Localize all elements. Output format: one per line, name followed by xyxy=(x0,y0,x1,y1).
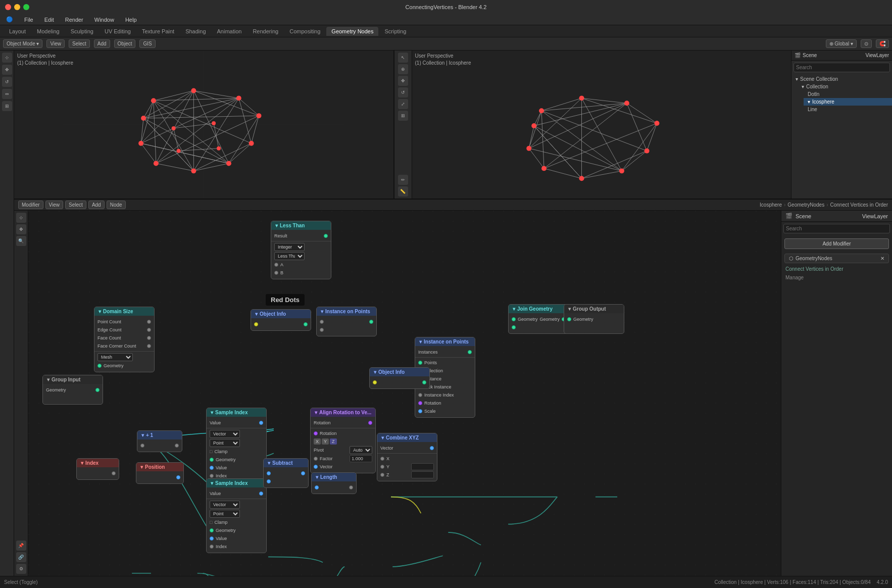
ne-icon2[interactable]: ✥ xyxy=(16,224,26,234)
bc-add[interactable]: Add xyxy=(88,201,105,209)
tree-item-collection[interactable]: ▾ Collection xyxy=(798,83,892,90)
node-combine-xyz[interactable]: ▾ Combine XYZ Vector X xyxy=(377,433,437,481)
iop2-collapse[interactable]: ▾ xyxy=(419,339,422,345)
tree-item-icosphere[interactable]: ▾ Icosphere xyxy=(804,98,892,106)
ct-annotate[interactable]: ✏ xyxy=(398,175,408,185)
si2-type-select[interactable]: Vector xyxy=(210,501,240,509)
ar-factor-value[interactable] xyxy=(350,455,372,462)
ct-scale[interactable]: ⤢ xyxy=(398,99,408,109)
node-join-geometry[interactable]: ▾ Join Geometry Geometry Geometry xyxy=(508,304,569,334)
ne-icon4[interactable]: 📌 xyxy=(16,541,26,551)
tab-uv-editing[interactable]: UV Editing xyxy=(100,27,136,36)
toolbar-object[interactable]: Object xyxy=(114,39,136,48)
node-group-output[interactable]: ▾ Group Output Geometry xyxy=(564,304,624,334)
jg-collapse[interactable]: ▾ xyxy=(513,306,515,312)
go-collapse[interactable]: ▾ xyxy=(568,306,571,312)
connect-vertices-item[interactable]: Connect Vertices in Order xyxy=(781,265,892,273)
add1-collapse[interactable]: ▾ xyxy=(141,432,144,438)
ne-icon5[interactable]: 🔗 xyxy=(16,552,26,562)
props-search[interactable] xyxy=(783,224,890,233)
tab-shading[interactable]: Shading xyxy=(180,27,211,36)
sidebar-transform[interactable]: ⊞ xyxy=(2,101,12,111)
viewport-right[interactable]: User Perspective (1) Collection | Icosph… xyxy=(412,51,791,199)
breadcrumb-icosphere[interactable]: Icosphere xyxy=(760,202,782,208)
ar-y-btn[interactable]: Y xyxy=(322,438,329,445)
si1-collapse[interactable]: ▾ xyxy=(211,410,213,415)
ct-move[interactable]: ✥ xyxy=(398,76,408,86)
ct-cursor[interactable]: ⊕ xyxy=(398,64,408,74)
tab-compositing[interactable]: Compositing xyxy=(284,27,325,36)
toolbar-select[interactable]: Select xyxy=(69,39,90,48)
node-object-info-1[interactable]: ▾ Object Info xyxy=(251,309,311,331)
mod-close-icon[interactable]: ✕ xyxy=(880,256,884,261)
si2-collapse[interactable]: ▾ xyxy=(211,480,213,486)
menu-edit[interactable]: Edit xyxy=(42,16,56,24)
menu-window[interactable]: Window xyxy=(92,16,116,24)
len-collapse[interactable]: ▾ xyxy=(316,474,318,480)
sub-collapse[interactable]: ▾ xyxy=(268,460,270,466)
toolbar-gis[interactable]: GIS xyxy=(139,39,155,48)
sidebar-select[interactable]: ⊹ xyxy=(2,53,12,63)
tab-geometry-nodes[interactable]: Geometry Nodes xyxy=(326,27,378,36)
tab-texture-paint[interactable]: Texture Paint xyxy=(137,27,179,36)
node-instance-on-points-1[interactable]: ▾ Instance on Points xyxy=(316,307,377,336)
node-sample-index-1[interactable]: ▾ Sample Index Value Vector xyxy=(206,408,267,482)
toolbar-add[interactable]: Add xyxy=(94,39,110,48)
ct-select[interactable]: ↖ xyxy=(398,53,408,63)
add-modifier-btn[interactable]: Add Modifier xyxy=(784,238,889,249)
ne-icon1[interactable]: ⊹ xyxy=(16,213,26,223)
tab-animation[interactable]: Animation xyxy=(212,27,247,36)
lt-type-select[interactable]: Integer xyxy=(274,243,305,251)
node-less-than[interactable]: ▾ Less Than Result Integer xyxy=(271,221,331,279)
modifier-geometry-nodes[interactable]: ⬡ GeometryNodes ✕ xyxy=(784,254,889,263)
sidebar-rotate[interactable]: ↺ xyxy=(2,77,12,87)
close-button[interactable] xyxy=(5,4,11,10)
cxyz-collapse[interactable]: ▾ xyxy=(381,435,384,440)
gi-collapse[interactable]: ▾ xyxy=(47,377,49,382)
bc-modifier[interactable]: Modifier xyxy=(18,201,43,209)
node-domain-size[interactable]: ▾ Domain Size Point Count Edge Count xyxy=(94,307,155,372)
node-index[interactable]: ▾ Index xyxy=(76,458,119,480)
maximize-button[interactable] xyxy=(23,4,29,10)
tab-sculpting[interactable]: Sculpting xyxy=(66,27,98,36)
node-canvas[interactable]: ▾ Less Than Result Integer xyxy=(28,211,781,576)
toolbar-view[interactable]: View xyxy=(46,39,65,48)
lt-op-select[interactable]: Less Than xyxy=(274,252,305,260)
node-object-info-2[interactable]: ▾ Object Info xyxy=(369,367,430,389)
ds-mesh-select[interactable]: Mesh xyxy=(97,353,133,361)
bc-node[interactable]: Node xyxy=(107,201,126,209)
pos-collapse[interactable]: ▾ xyxy=(140,464,143,470)
bc-select[interactable]: Select xyxy=(65,201,86,209)
breadcrumb-connect-vertices[interactable]: Connect Vertices in Order xyxy=(830,202,888,208)
node-length[interactable]: ▾ Length xyxy=(311,472,357,494)
sidebar-move[interactable]: ✥ xyxy=(2,65,12,75)
toolbar-object-mode[interactable]: Object Mode ▾ xyxy=(3,39,42,48)
cxyz-z-value[interactable]: 1.000 xyxy=(411,471,434,478)
menu-help[interactable]: Help xyxy=(123,16,139,24)
ne-icon6[interactable]: ⚙ xyxy=(16,564,26,574)
menu-blender[interactable]: 🔵 xyxy=(4,15,15,24)
ar-pivot-select[interactable]: Auto xyxy=(350,446,372,454)
si2-domain-select[interactable]: Point xyxy=(210,510,240,518)
tab-layout[interactable]: Layout xyxy=(4,27,31,36)
menu-file[interactable]: File xyxy=(22,16,35,24)
bc-view[interactable]: View xyxy=(45,201,64,209)
less-than-collapse[interactable]: ▾ xyxy=(275,223,278,228)
cxyz-y-value[interactable]: 1.000 xyxy=(411,463,434,470)
si1-type-select[interactable]: Vector xyxy=(210,430,240,438)
oi2-collapse[interactable]: ▾ xyxy=(374,369,376,375)
si1-domain-select[interactable]: Point xyxy=(210,439,240,447)
tab-scripting[interactable]: Scripting xyxy=(379,27,411,36)
manage-item[interactable]: Manage xyxy=(781,273,892,282)
ct-rotate[interactable]: ↺ xyxy=(398,87,408,97)
ar-collapse[interactable]: ▾ xyxy=(315,410,317,415)
node-subtract[interactable]: ▾ Subtract xyxy=(263,458,309,488)
ar-x-btn[interactable]: X xyxy=(314,438,321,445)
minimize-button[interactable] xyxy=(14,4,20,10)
node-group-input[interactable]: ▾ Group Input Geometry xyxy=(42,375,103,405)
breadcrumb-geometry-nodes[interactable]: GeometryNodes xyxy=(787,202,824,208)
ne-icon3[interactable]: 🔍 xyxy=(16,236,26,246)
sidebar-scale[interactable]: ⇔ xyxy=(2,89,12,99)
node-add-1[interactable]: ▾ + 1 xyxy=(137,430,182,452)
toolbar-snapping[interactable]: 🧲 xyxy=(876,39,889,48)
